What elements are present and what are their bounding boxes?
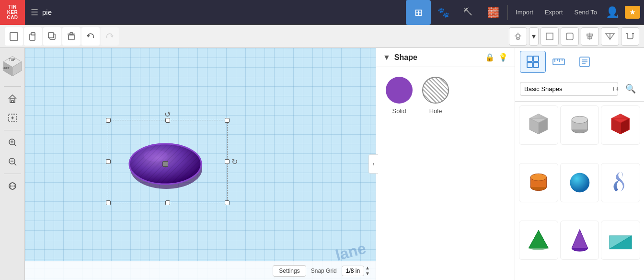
svg-rect-7 <box>70 33 73 34</box>
solid-circle[interactable] <box>386 77 413 104</box>
svg-rect-2 <box>31 33 35 35</box>
svg-rect-5 <box>69 35 74 40</box>
canvas-bottom-bar: Settings Snap Grid 1/8 in ▲▼ <box>25 261 376 280</box>
edit-tools <box>5 27 119 46</box>
svg-rect-4 <box>48 33 54 38</box>
shape-panel: ▼ Shape 🔒 💡 Solid Hole › <box>376 48 515 280</box>
svg-marker-83 <box>572 230 587 248</box>
lib-view-icons <box>515 48 644 76</box>
solid-label: Solid <box>392 107 406 115</box>
shape-item-twist-blue[interactable] <box>601 163 640 202</box>
home-tool[interactable] <box>4 91 21 107</box>
svg-rect-15 <box>566 33 573 40</box>
redo-tool[interactable] <box>101 27 119 46</box>
shape-item-box-red[interactable] <box>601 105 640 145</box>
svg-point-66 <box>572 116 587 123</box>
hole-option[interactable]: Hole <box>422 77 449 115</box>
library-selector[interactable]: Basic Shapes <box>520 82 618 96</box>
snap-label: Snap Grid <box>311 268 337 274</box>
hole-circle[interactable] <box>422 77 449 104</box>
panel-collapse-btn[interactable]: ▼ <box>383 53 391 62</box>
svg-rect-0 <box>10 33 18 40</box>
topbar-action-import[interactable]: Import <box>510 9 539 16</box>
svg-rect-14 <box>546 33 553 40</box>
lib-text-view-btn[interactable] <box>572 51 598 73</box>
shape-item-cone-purple[interactable] <box>560 221 599 260</box>
library-search-btn[interactable]: 🔍 <box>622 80 639 97</box>
lib-grid-view-btn[interactable] <box>520 51 546 73</box>
shape-panel-header: ▼ Shape 🔒 💡 <box>376 48 515 67</box>
snap-value: 1/8 in <box>342 266 364 276</box>
shape-item-wedge-teal[interactable] <box>601 221 640 260</box>
shape-center-handle[interactable] <box>162 161 168 167</box>
dropdown-tool[interactable]: ▾ <box>529 27 539 46</box>
svg-rect-48 <box>533 56 539 61</box>
zoom-out-tool[interactable] <box>4 153 21 170</box>
svg-rect-50 <box>533 62 539 68</box>
user-add-icon[interactable]: 👤+ <box>603 3 621 22</box>
lock-icon[interactable]: 🔒 <box>485 53 494 62</box>
paste-tool[interactable] <box>24 27 42 46</box>
topbar-action-sendto[interactable]: Send To <box>569 9 603 16</box>
center-tools: ▾ <box>509 27 639 46</box>
shape-item-box-gray[interactable] <box>519 105 558 145</box>
shape-item-pyramid-green[interactable] <box>519 221 558 260</box>
light-tool[interactable] <box>509 27 527 46</box>
align-tool[interactable] <box>581 27 599 46</box>
panel-collapse-arrow[interactable]: › <box>368 154 378 174</box>
canvas-area[interactable]: lane ↺ ↻ <box>25 48 376 280</box>
shape-item-sphere-blue[interactable] <box>560 163 599 202</box>
toolbar: ▾ <box>0 25 644 48</box>
lib-ruler-view-btn[interactable] <box>546 51 572 73</box>
svg-line-31 <box>14 144 16 147</box>
select-tool[interactable] <box>5 27 23 46</box>
mirror-tool[interactable] <box>601 27 619 46</box>
svg-point-78 <box>570 173 589 192</box>
svg-line-35 <box>14 163 16 166</box>
shape-panel-title: Shape <box>394 53 481 62</box>
nav-blocks-btn[interactable]: 🧱 <box>481 0 506 25</box>
magnet-tool[interactable] <box>621 27 639 46</box>
nav-community-btn[interactable]: 🐾 <box>431 0 456 25</box>
select-area-tool[interactable] <box>4 110 21 126</box>
hole-label: Hole <box>429 107 442 115</box>
perspective-tool[interactable] <box>4 178 21 194</box>
logo[interactable]: TIN KER CAD <box>0 0 25 25</box>
svg-text:TOP: TOP <box>9 58 15 61</box>
square-tool[interactable] <box>540 27 559 46</box>
nav-grid-btn[interactable]: ⊞ <box>406 0 431 25</box>
project-name[interactable]: pie <box>42 8 52 16</box>
snap-arrow[interactable]: ▲▼ <box>365 265 370 276</box>
svg-marker-81 <box>529 230 548 250</box>
lightbulb-icon[interactable]: 💡 <box>498 53 508 62</box>
zoom-in-tool[interactable] <box>4 134 21 151</box>
svg-point-8 <box>516 34 520 38</box>
shapes-grid <box>515 102 644 280</box>
project-name-area: ☰ pie <box>25 7 406 18</box>
settings-btn[interactable]: Settings <box>273 265 306 277</box>
svg-text:LEFT: LEFT <box>2 67 10 70</box>
upgrade-btn[interactable]: ★ <box>625 6 640 19</box>
undo-tool[interactable] <box>81 27 100 46</box>
nav-edit-btn[interactable]: ⛏ <box>456 0 481 25</box>
round-square-tool[interactable] <box>561 27 579 46</box>
topbar: TIN KER CAD ☰ pie ⊞ 🐾 ⛏ 🧱 Import Export … <box>0 0 644 25</box>
svg-rect-49 <box>527 62 532 68</box>
shape-options: Solid Hole <box>376 67 515 124</box>
list-icon[interactable]: ☰ <box>31 7 38 18</box>
orientation-cube[interactable]: TOP LEFT <box>0 52 27 81</box>
duplicate-tool[interactable] <box>43 27 61 46</box>
main-area: TOP LEFT lane <box>0 48 644 280</box>
panel-icons: 🔒 💡 <box>485 53 508 62</box>
shape-item-cylinder-gray[interactable] <box>560 105 599 145</box>
shape-object[interactable]: ↺ ↻ <box>117 134 213 194</box>
solid-option[interactable]: Solid <box>386 77 413 115</box>
svg-rect-47 <box>527 56 532 61</box>
topbar-action-export[interactable]: Export <box>539 9 569 16</box>
shape-item-cylinder-orange[interactable] <box>519 163 558 202</box>
shapes-library: Basic Shapes ⬆⬇ 🔍 <box>515 48 644 280</box>
svg-rect-28 <box>12 101 13 103</box>
delete-tool[interactable] <box>62 27 80 46</box>
left-sidebar: TOP LEFT <box>0 48 25 280</box>
shapes-lib-header: Basic Shapes ⬆⬇ 🔍 <box>515 76 644 102</box>
